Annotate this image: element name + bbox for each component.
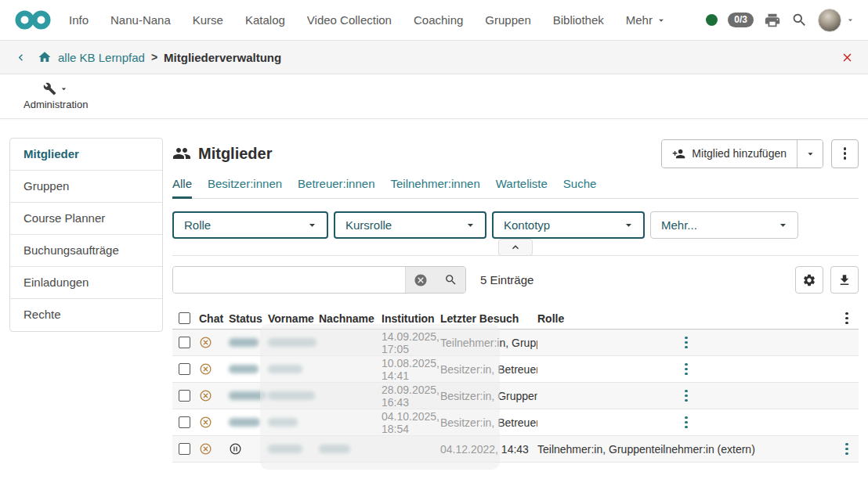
collapse-filters-button[interactable]: [498, 239, 533, 256]
row-checkbox[interactable]: [179, 337, 190, 348]
row-actions-button[interactable]: [537, 390, 835, 402]
tab[interactable]: Besitzer:innen: [208, 177, 282, 199]
entries-count: 5 Einträge: [480, 273, 533, 286]
sidebar-item[interactable]: Course Planner: [10, 203, 162, 235]
filter-dropdown[interactable]: Kursrolle: [334, 211, 486, 239]
table-search-row: 5 Einträge: [172, 266, 859, 294]
role-cell: Besitzer:in, Gruppenbetreuer:in, Gruppen…: [440, 390, 537, 402]
nav-item[interactable]: Nanu-Nana: [110, 13, 171, 27]
presence-status-dot: [706, 14, 718, 26]
tab[interactable]: Teilnehmer:innen: [390, 177, 479, 199]
back-button[interactable]: [14, 51, 27, 64]
wrench-icon: [43, 82, 56, 95]
content-area: Mitglieder Gruppen Course Planner Buchun…: [0, 119, 868, 490]
sidebar-item[interactable]: Einladungen: [10, 267, 162, 299]
row-checkbox[interactable]: [179, 390, 190, 402]
vorname-redacted[interactable]: [229, 363, 268, 376]
table-export-button[interactable]: [830, 266, 859, 294]
filter-label: Kursrolle: [345, 218, 392, 232]
administration-tool[interactable]: Administration: [24, 81, 88, 110]
filter-label: Kontotyp: [504, 218, 550, 232]
openolat-logo[interactable]: [14, 9, 52, 31]
tab[interactable]: Betreuer:innen: [298, 177, 374, 199]
table-row: 04.12.2022, 14:43 Teilnehmer:in, Gruppen…: [172, 436, 859, 463]
nav-item[interactable]: Coaching: [414, 13, 463, 27]
user-menu[interactable]: [818, 9, 855, 32]
download-icon: [837, 273, 852, 287]
column-header-chat[interactable]: Chat: [199, 312, 229, 325]
nachname-redacted[interactable]: [268, 363, 319, 376]
submit-search-button[interactable]: [436, 267, 465, 293]
close-tab-button[interactable]: [841, 51, 854, 64]
table-row: 28.09.2025, 16:43 Besitzer:in, Gruppenbe…: [172, 383, 859, 409]
tab[interactable]: Suche: [563, 177, 597, 199]
role-cell: Teilnehmer:in, Gruppenteilnehmer:in, CPL…: [440, 337, 537, 349]
vorname-redacted[interactable]: [229, 416, 268, 429]
table-columns-menu-button[interactable]: [835, 312, 859, 325]
nav-item-more[interactable]: Mehr: [626, 13, 667, 27]
print-button[interactable]: [764, 12, 781, 29]
more-filters-dropdown[interactable]: Mehr...: [650, 211, 798, 239]
row-actions-button[interactable]: [537, 363, 835, 376]
row-actions-button[interactable]: [835, 443, 859, 456]
home-icon[interactable]: [38, 50, 52, 64]
sidebar-item[interactable]: Mitglieder: [10, 139, 162, 171]
last-visit-cell: 28.09.2025, 16:43: [382, 384, 440, 409]
sidebar-item[interactable]: Buchungsaufträge: [10, 235, 162, 267]
table-search-group: [172, 266, 466, 294]
chevron-up-icon: [509, 241, 522, 254]
add-member-dropdown-toggle[interactable]: [797, 140, 823, 168]
row-actions-button[interactable]: [537, 337, 835, 349]
nachname-redacted[interactable]: [268, 416, 319, 429]
vorname-redacted[interactable]: [229, 390, 268, 402]
main-navigation: Info Nanu-Nana Kurse Katalog Video Colle…: [69, 13, 667, 27]
nav-item[interactable]: Info: [69, 13, 89, 27]
last-visit-cell: 04.12.2022, 14:43: [440, 443, 537, 456]
filter-dropdown[interactable]: Rolle: [172, 211, 328, 239]
last-visit-cell: 04.10.2025, 18:54: [382, 410, 440, 435]
column-header-status[interactable]: Status: [229, 312, 268, 325]
table-settings-button[interactable]: [795, 266, 823, 294]
filter-dropdown[interactable]: Kontotyp: [492, 211, 645, 239]
table-search-input[interactable]: [173, 267, 405, 293]
row-checkbox[interactable]: [179, 363, 190, 375]
column-header-vorname[interactable]: Vorname: [268, 312, 319, 325]
gear-icon: [802, 273, 816, 287]
row-checkbox[interactable]: [179, 443, 190, 455]
nachname-redacted[interactable]: [319, 443, 382, 456]
page-title: Mitglieder: [198, 145, 272, 163]
tab[interactable]: Warteliste: [496, 177, 548, 199]
nav-item[interactable]: Bibliothek: [553, 13, 604, 27]
close-icon: [841, 51, 854, 64]
nav-item[interactable]: Video Collection: [307, 13, 392, 27]
row-actions-button[interactable]: [537, 416, 835, 429]
sidebar-item[interactable]: Rechte: [10, 299, 162, 331]
sidebar-item[interactable]: Gruppen: [10, 171, 162, 203]
nav-item[interactable]: Katalog: [245, 13, 285, 27]
kebab-icon: [685, 337, 688, 349]
column-header-letzter-besuch[interactable]: Letzter Besuch: [440, 312, 537, 325]
tab[interactable]: Alle: [172, 177, 192, 199]
column-header-nachname[interactable]: Nachname: [319, 312, 382, 325]
caret-down-icon: [622, 218, 635, 232]
breadcrumb: alle KB Lernpfad > Mitgliederverwaltung: [0, 41, 868, 74]
breadcrumb-course-link[interactable]: alle KB Lernpfad: [58, 51, 145, 64]
nav-item[interactable]: Kurse: [193, 13, 223, 27]
column-header-institution[interactable]: Institution: [382, 312, 440, 325]
column-header-rolle[interactable]: Rolle: [537, 312, 835, 325]
add-member-button[interactable]: Mitglied hinzufügen: [662, 140, 797, 168]
clear-search-button[interactable]: [406, 267, 436, 293]
select-all-checkbox[interactable]: [179, 312, 190, 324]
caret-down-icon: [464, 218, 477, 232]
nav-item[interactable]: Gruppen: [485, 13, 530, 27]
nachname-redacted[interactable]: [268, 337, 319, 349]
kebab-icon: [685, 416, 688, 429]
vorname-redacted[interactable]: [229, 337, 268, 349]
breadcrumb-separator: >: [151, 51, 157, 63]
nachname-redacted[interactable]: [268, 390, 319, 402]
search-button[interactable]: [791, 12, 808, 28]
vorname-redacted[interactable]: [268, 443, 319, 456]
members-more-actions-button[interactable]: [831, 139, 859, 168]
kebab-icon: [845, 312, 848, 325]
row-checkbox[interactable]: [179, 416, 190, 428]
